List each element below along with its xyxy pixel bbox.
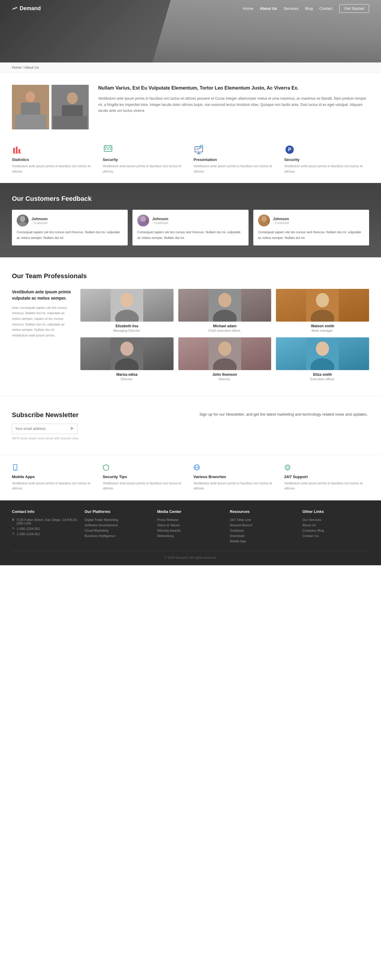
team-photo-mariza <box>80 337 174 370</box>
breadcrumb: Home / About Us <box>0 62 381 73</box>
svg-point-45 <box>218 342 231 356</box>
location-icon <box>12 518 14 522</box>
footer-feat-security: Security Tips Vestibulum ante ipsum prim… <box>103 464 188 491</box>
presentation-icon <box>193 144 204 155</box>
feature-presentation: Presentation Vestibulum ante ipsum primi… <box>193 144 278 174</box>
svg-point-30 <box>261 216 267 222</box>
phone-icon-1 <box>12 527 15 530</box>
footer-feat-support-title: 24/7 Support <box>284 474 369 479</box>
footer-feat-support: 24/7 Support Vestibulum ante ipsum primi… <box>284 464 369 491</box>
footer-link-networking[interactable]: Networking <box>157 534 224 538</box>
footer-link-helpline[interactable]: 24/7 Help Line <box>230 518 297 522</box>
breadcrumb-home[interactable]: Home <box>12 65 21 70</box>
team-photo-john <box>178 337 271 370</box>
footer-feat-branches: Various Branches Vestibulum ante ipsum p… <box>193 464 278 491</box>
navbar: Demand Home About Us Services Blog Conta… <box>0 0 381 17</box>
svg-point-26 <box>20 216 25 222</box>
feature-statistics-desc: Vestibulum ante ipsum primis in faucibus… <box>12 164 97 174</box>
footer-link-nearest-branch[interactable]: Nearest Branch <box>230 523 297 527</box>
footer-feat-mobile-desc: Vestibulum ante ipsum primis in faucibus… <box>12 481 97 491</box>
footer-col-media-title: Media Center <box>157 509 224 514</box>
team-role-2: Bank manager. <box>312 329 334 332</box>
svg-point-57 <box>13 519 13 520</box>
footer-link-company-blog[interactable]: Company Blog <box>303 529 369 532</box>
nav-links: Home About Us Services Blog Contact Get … <box>243 4 369 13</box>
feedback-user-3: Johnson - Customer <box>258 215 364 226</box>
footer-col-contact-title: Contact Info <box>12 509 78 514</box>
footer-col-other-title: Other Links <box>303 509 369 514</box>
footer-link-mobile-app[interactable]: Mobile App <box>230 539 297 543</box>
footer-link-download[interactable]: Download <box>230 534 297 538</box>
footer-link-contact-us[interactable]: Contact Us <box>303 534 369 538</box>
newsletter-submit-button[interactable] <box>67 424 77 434</box>
feedback-name-3: Johnson <box>273 216 289 221</box>
footer-feat-mobile: Mobile Apps Vestibulum ante ipsum primis… <box>12 464 97 491</box>
team-name-3: Mariza edisa <box>80 372 174 377</box>
feature-security-2-desc: Vestibulum ante ipsum primis in faucibus… <box>284 164 369 174</box>
team-role-4: Director. <box>219 377 231 381</box>
breadcrumb-current: About Us <box>24 65 39 70</box>
team-member-0: Elizabeth lisa Managing Director. <box>80 289 174 332</box>
nav-home[interactable]: Home <box>243 6 253 11</box>
team-member-3: Mariza edisa Director. <box>80 337 174 381</box>
footer-link-guidance[interactable]: Guidance <box>230 529 297 532</box>
feature-security-1-desc: Vestibulum ante ipsum primis in faucibus… <box>103 164 188 174</box>
team-member-2: Watson smith Bank manager. <box>276 289 369 332</box>
footer-link-digital[interactable]: Digital Trade Marketing <box>84 518 151 522</box>
feedback-cards: Johnson - Customer Consequat sapien ute … <box>12 210 369 245</box>
svg-point-29 <box>139 222 148 226</box>
about-photo-1 <box>12 85 49 129</box>
nav-services[interactable]: Services <box>284 6 298 11</box>
feedback-text-1: Consequat sapien ute leo cursus sed rhon… <box>17 229 123 240</box>
footer-col-platforms: Our Platforms Digital Trade Marketing So… <box>84 509 151 545</box>
nav-about[interactable]: About Us <box>260 6 277 11</box>
newsletter-title: Subscribe Newsletter <box>12 411 182 419</box>
footer-link-bi[interactable]: Business Intelligence <box>84 534 151 538</box>
footer-feat-support-desc: Vestibulum ante ipsum primis in faucibus… <box>284 481 369 491</box>
footer-link-awards[interactable]: Winning Awards <box>157 529 224 532</box>
footer-link-software[interactable]: Software Development <box>84 523 151 527</box>
nav-contact[interactable]: Contact <box>319 6 333 11</box>
footer-columns: Contact Info 7130 Fulton Street, San Die… <box>12 509 369 545</box>
footer-link-press[interactable]: Press Release <box>157 518 224 522</box>
team-name-1: Michael adam <box>178 324 271 328</box>
newsletter-section: Subscribe Newsletter We'll never share y… <box>0 396 381 455</box>
feature-security-2: P Security Vestibulum ante ipsum primis … <box>284 144 369 174</box>
footer-link-vision[interactable]: Vision & Values <box>157 523 224 527</box>
footer-bottom: Contact Info 7130 Fulton Street, San Die… <box>0 500 381 565</box>
team-name-0: Elizabeth lisa <box>80 324 174 328</box>
footer-link-about-us[interactable]: About Us <box>303 523 369 527</box>
newsletter-desc: Sign up for our Newsletter, and get the … <box>199 411 369 418</box>
newsletter-email-input[interactable] <box>12 424 67 434</box>
team-photo-eliza <box>276 337 369 370</box>
svg-point-36 <box>218 293 231 307</box>
feature-security-1: Security Vestibulum ante ipsum primis in… <box>103 144 188 174</box>
svg-rect-15 <box>105 148 106 150</box>
team-title: Our Team Professionals <box>12 272 369 280</box>
svg-marker-50 <box>70 426 74 430</box>
team-role-5: Executive officer. <box>310 377 335 381</box>
feature-statistics-title: Statistics <box>12 158 97 162</box>
team-section: Our Team Professionals Vestibulum ante i… <box>0 257 381 396</box>
footer-link-cloud[interactable]: Cloud Marketing <box>84 529 151 532</box>
svg-text:P: P <box>288 147 292 152</box>
team-role-1: Chief executive officer. <box>208 329 241 332</box>
team-body: onec consequat sapien ute leo cursus rho… <box>12 305 72 338</box>
features-section: Statistics Vestibulum ante ipsum primis … <box>0 138 381 183</box>
nav-blog[interactable]: Blog <box>305 6 313 11</box>
team-name-5: Eliza smith <box>276 372 369 377</box>
about-body: Vestibulum ante ipsum primis in faucibus… <box>98 95 369 114</box>
feedback-text-2: Consequat sapien ute leo cursus sed rhon… <box>137 229 244 240</box>
feedback-user-2: Johnson - Customer <box>137 215 244 226</box>
feedback-avatar-3 <box>258 215 270 226</box>
get-started-button[interactable]: Get Started <box>340 4 369 13</box>
footer-link-our-services[interactable]: Our Services <box>303 518 369 522</box>
svg-point-39 <box>316 293 329 307</box>
footer-col-platforms-title: Our Platforms <box>84 509 151 514</box>
security-2-icon: P <box>284 144 295 155</box>
feedback-text-3: Consequat sapien ute leo cursus sed rhon… <box>258 229 364 240</box>
newsletter-note: We'll never share your email with anyone… <box>12 436 182 440</box>
about-image-1 <box>12 85 49 129</box>
footer-col-resources-title: Resources <box>230 509 297 514</box>
security-tips-icon <box>103 464 188 472</box>
